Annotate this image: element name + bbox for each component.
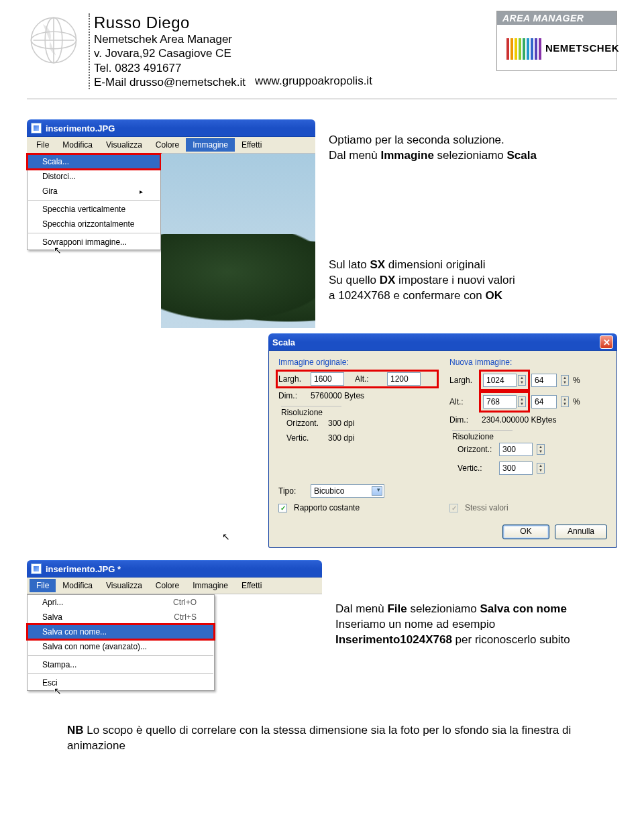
menu-item[interactable]: Specchia verticalmente <box>28 202 160 217</box>
window-title: inserimento.JPG * <box>46 564 318 574</box>
spinner-icon[interactable]: ▲▼ <box>537 463 545 474</box>
contact-tel: Tel. 0823 491677 <box>94 61 246 75</box>
menu-item[interactable]: Salva con nome... <box>28 624 214 639</box>
spinner-icon[interactable]: ▲▼ <box>537 444 545 455</box>
menu-item[interactable]: SalvaCtrl+S <box>28 610 214 624</box>
same-values-label: Stessi valori <box>465 503 508 512</box>
menu-item-label: Specchia orizzontalmente <box>42 219 134 229</box>
dialog-title: Scala <box>272 337 600 347</box>
footnote: NB Lo scopo è quello di correlare con la… <box>0 696 644 781</box>
menu-item[interactable]: Salva con nome (avanzato)... <box>28 639 214 654</box>
menu-item[interactable]: Sovrapponi immagine... <box>28 235 160 250</box>
menu-separator <box>28 233 160 233</box>
ratio-checkbox[interactable]: ✓ <box>278 504 287 512</box>
same-values-checkbox: ✓ <box>449 504 458 512</box>
menu-item-label: Sovrapponi immagine... <box>42 237 127 247</box>
instruction-line: Su quello DX impostare i nuovi valori <box>329 273 537 288</box>
instruction-1: Optiamo per la seconda soluzione. Dal me… <box>329 119 537 304</box>
menu-item[interactable]: Scala... <box>28 154 160 169</box>
logo-brand: NEMETSCHEK <box>545 42 619 54</box>
new-height-pct-field[interactable]: 64 <box>531 395 557 408</box>
original-height-field[interactable]: 1200 <box>387 372 421 386</box>
menubar-item[interactable]: Effetti <box>235 579 268 592</box>
menu-item[interactable]: Gira <box>28 184 160 199</box>
type-select[interactable]: Bicubico <box>311 484 384 498</box>
original-image-group: Immagine originale: Largh. 1600 Alt.: 12… <box>278 358 436 480</box>
dropdown-file: Apri...Ctrl+OSalvaCtrl+SSalva con nome..… <box>27 594 215 691</box>
menubar: FileModificaVisualizzaColoreImmagineEffe… <box>27 137 315 154</box>
new-image-group: Nuova immagine: Largh. 1024 ▲▼ 64 ▲▼ % A… <box>449 358 607 480</box>
instruction-line: Inserimento1024X768 per riconoscerlo sub… <box>335 633 570 648</box>
menu-item[interactable]: Stampa... <box>28 657 214 672</box>
menu-item-label: Apri... <box>42 598 63 607</box>
menu-separator <box>28 200 160 201</box>
spinner-icon[interactable]: ▲▼ <box>518 396 526 407</box>
dropdown-immagine: Scala...Distorci...GiraSpecchia vertical… <box>27 154 161 250</box>
contact-role: Nemetschek Area Manager <box>94 32 246 46</box>
original-dimensions-row: Largh. 1600 Alt.: 1200 <box>278 372 436 386</box>
menubar: FileModificaVisualizzaColoreImmagineEffe… <box>27 578 322 594</box>
logo-bars-icon <box>506 36 541 60</box>
group-label: Immagine originale: <box>278 358 436 367</box>
contact-address: v. Jovara,92 Casagiove CE <box>94 46 246 60</box>
header-divider <box>27 99 617 99</box>
menubar-item[interactable]: Visualizza <box>99 138 149 152</box>
cursor-icon: ↖ <box>222 531 230 542</box>
instruction-line: Sul lato SX dimensioni originali <box>329 258 537 273</box>
window-titlebar: inserimento.JPG <box>27 119 315 137</box>
menubar-item[interactable]: Modifica <box>56 579 99 592</box>
menubar-item[interactable]: File <box>30 138 56 152</box>
menubar-item[interactable]: Visualizza <box>99 579 149 592</box>
contact-email: E-Mail drusso@nemetschek.it <box>94 75 246 89</box>
new-width-field[interactable]: 1024 <box>483 374 517 387</box>
instruction-line: Dal menù Immagine selezioniamo Scala <box>329 148 537 164</box>
cancel-button[interactable]: Annulla <box>555 525 607 539</box>
menu-item-label: Salva con nome (avanzato)... <box>42 642 147 651</box>
contact-info: Russo Diego Nemetschek Area Manager v. J… <box>89 13 246 89</box>
globe-icon <box>27 13 80 67</box>
new-bytes: 2304.000000 KBytes <box>482 415 556 425</box>
new-height-field[interactable]: 768 <box>483 395 517 408</box>
logo-tag: AREA MANAGER <box>497 11 616 25</box>
menu-item-shortcut: Ctrl+O <box>173 598 197 607</box>
photo-preview <box>161 154 315 328</box>
original-hres: 300 dpi <box>328 419 354 428</box>
menubar-item[interactable]: Colore <box>149 579 186 592</box>
resolution-label: Risoluzione <box>281 406 341 417</box>
menubar-item[interactable]: Immagine <box>186 138 235 152</box>
original-width-field[interactable]: 1600 <box>311 372 344 386</box>
instruction-line: a 1024X768 e confermare con OK <box>329 288 537 304</box>
menu-item-label: Distorci... <box>42 172 76 181</box>
spinner-icon[interactable]: ▲▼ <box>518 375 526 386</box>
menu-item-label: Salva con nome... <box>42 627 107 637</box>
menu-item[interactable]: Specchia orizzontalmente <box>28 217 160 231</box>
new-width-pct-field[interactable]: 64 <box>531 374 557 387</box>
group-label: Nuova immagine: <box>449 358 607 367</box>
contact-name: Russo Diego <box>94 13 246 32</box>
menu-item[interactable]: Distorci... <box>28 169 160 184</box>
menu-item-label: Esci <box>42 678 58 688</box>
menubar-item[interactable]: File <box>30 579 56 592</box>
menubar-item[interactable]: Colore <box>149 138 186 152</box>
spinner-icon[interactable]: ▲▼ <box>561 396 569 407</box>
ratio-label: Rapporto costante <box>294 503 360 512</box>
original-bytes: 5760000 Bytes <box>311 391 364 400</box>
menubar-item[interactable]: Immagine <box>186 579 235 592</box>
menu-item[interactable]: Apri...Ctrl+O <box>28 595 214 610</box>
menu-item-label: Scala... <box>42 157 69 166</box>
close-icon[interactable]: ✕ <box>600 335 613 349</box>
spinner-icon[interactable]: ▲▼ <box>561 375 569 386</box>
app-icon <box>31 563 42 574</box>
new-hres-field[interactable]: 300 <box>499 443 533 456</box>
menubar-item[interactable]: Modifica <box>56 138 99 152</box>
new-vres-field[interactable]: 300 <box>499 461 533 475</box>
menubar-item[interactable]: Effetti <box>235 138 268 152</box>
menu-item[interactable]: Esci <box>28 675 214 690</box>
screenshot-scala-dialog: Scala ✕ Immagine originale: Largh. 1600 … <box>268 333 617 548</box>
window-titlebar: inserimento.JPG * <box>27 560 322 578</box>
page-header: Russo Diego Nemetschek Area Manager v. J… <box>0 0 644 96</box>
resolution-label: Risoluzione <box>452 430 513 441</box>
ok-button[interactable]: OK <box>502 525 549 539</box>
menu-item-label: Salva <box>42 612 62 622</box>
instruction-line: Inseriamo un nome ad esempio <box>335 617 570 633</box>
